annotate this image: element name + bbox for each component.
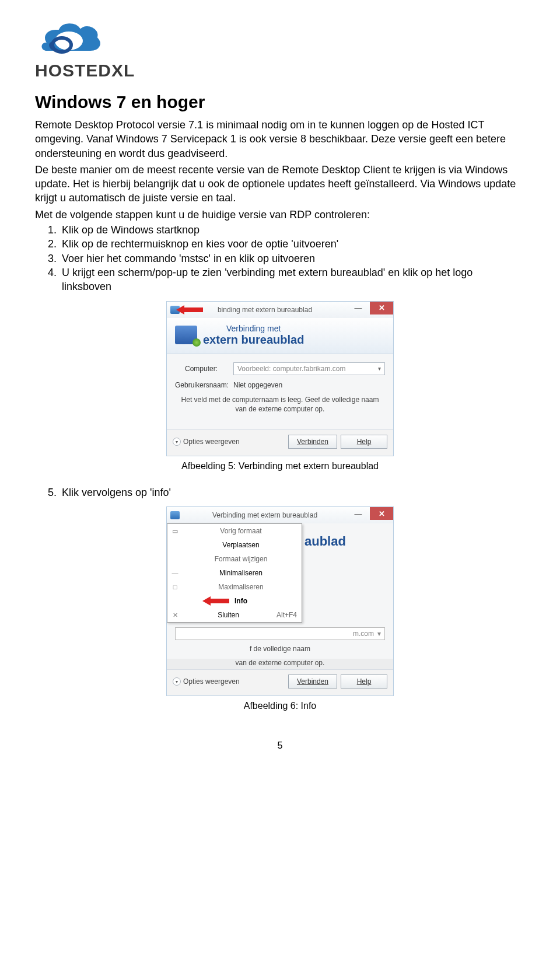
window-title: Verbinding met extern bureaublad: [183, 511, 346, 519]
figure-2-caption: Afbeelding 6: Info: [35, 701, 525, 711]
chevron-down-circle-icon: ▾: [173, 438, 181, 446]
page-heading: Windows 7 en hoger: [35, 92, 525, 112]
step-2: Klik op de rechtermuisknop en kies voor …: [35, 237, 525, 251]
logo-text: HOSTEDXL: [35, 61, 525, 81]
page-number: 5: [35, 740, 525, 751]
window-title: binding met extern bureaublad: [183, 306, 346, 314]
system-menu: ▭Vorig formaat Verplaatsen Formaat wijzi…: [167, 523, 302, 623]
rdp-dialog: binding met extern bureaublad — ✕ Verbin…: [166, 301, 394, 457]
step-4: U krijgt een scherm/pop-up te zien 'verb…: [35, 265, 525, 294]
header-line2: extern bureaublad: [203, 333, 304, 347]
menu-item-maximize[interactable]: □Maximaliseren: [167, 580, 302, 594]
message-partial: f de volledige naam: [167, 645, 393, 659]
step-1: Klik op de Windows startknop: [35, 223, 525, 237]
close-button[interactable]: ✕: [370, 302, 393, 314]
steps-list: Klik op de Windows startknop Klik op de …: [35, 223, 525, 293]
red-arrow-icon: [176, 305, 203, 314]
message-line2: van de externe computer op.: [175, 404, 385, 414]
connect-button[interactable]: Verbinden: [288, 675, 337, 689]
help-button[interactable]: Help: [341, 435, 387, 449]
dialog-header: Verbinding met extern bureaublad: [167, 318, 393, 354]
figure-1: binding met extern bureaublad — ✕ Verbin…: [35, 301, 525, 472]
close-button[interactable]: ✕: [370, 507, 393, 520]
menu-item-size[interactable]: Formaat wijzigen: [167, 552, 302, 566]
figure-1-caption: Afbeelding 5: Verbinding met extern bure…: [35, 461, 525, 471]
menu-item-info[interactable]: Info: [167, 594, 302, 608]
rdp-dialog-with-menu: Verbinding met extern bureaublad — ✕ ▭Vo…: [166, 506, 394, 696]
step-5: Klik vervolgens op 'info': [35, 485, 525, 499]
options-toggle[interactable]: ▾ Opties weergeven: [173, 677, 285, 686]
chevron-down-circle-icon: ▾: [173, 677, 181, 686]
options-label: Opties weergeven: [183, 677, 240, 686]
user-value: Niet opgegeven: [233, 381, 282, 389]
message-line2: van de externe computer op.: [167, 659, 393, 669]
options-toggle[interactable]: ▾ Opties weergeven: [173, 438, 285, 446]
header-partial: aublad: [304, 534, 346, 549]
computer-placeholder: Voorbeeld: computer.fabrikam.com: [237, 365, 345, 373]
dialog-titlebar[interactable]: binding met extern bureaublad — ✕: [167, 302, 393, 318]
computer-input[interactable]: Voorbeeld: computer.fabrikam.com ▾: [233, 362, 385, 375]
header-line1: Verbinding met: [203, 324, 304, 333]
rdp-monitor-icon: [175, 326, 197, 344]
cloud-logo-icon: [35, 18, 117, 58]
chevron-down-icon[interactable]: ▾: [377, 630, 381, 638]
minimize-button[interactable]: —: [346, 507, 370, 520]
menu-item-minimize[interactable]: —Minimaliseren: [167, 566, 302, 580]
figure-2: Verbinding met extern bureaublad — ✕ ▭Vo…: [35, 506, 525, 711]
menu-item-close[interactable]: ✕SluitenAlt+F4: [167, 608, 302, 622]
paragraph-1: Remote Desktop Protocol versie 7.1 is mi…: [35, 118, 525, 160]
minimize-button[interactable]: —: [346, 302, 370, 314]
user-label: Gebruikersnaam:: [175, 381, 228, 389]
list-intro: Met de volgende stappen kunt u de huidig…: [35, 208, 525, 222]
svg-marker-3: [202, 596, 229, 606]
red-arrow-icon: [202, 596, 229, 606]
steps-list-continued: Klik vervolgens op 'info': [35, 485, 525, 499]
paragraph-2: De beste manier om de meest recente vers…: [35, 163, 525, 205]
step-3: Voer hier het commando 'mstsc' in en kli…: [35, 251, 525, 265]
chevron-down-icon[interactable]: ▾: [378, 365, 381, 372]
message-line1: Het veld met de computernaam is leeg. Ge…: [175, 395, 385, 405]
system-menu-icon[interactable]: [170, 511, 180, 519]
connect-button[interactable]: Verbinden: [288, 435, 337, 449]
computer-label: Computer:: [175, 365, 228, 373]
menu-item-restore[interactable]: ▭Vorig formaat: [167, 524, 302, 538]
help-button[interactable]: Help: [341, 675, 387, 689]
svg-marker-2: [176, 305, 203, 314]
logo: HOSTEDXL: [35, 18, 525, 81]
dialog-titlebar[interactable]: Verbinding met extern bureaublad — ✕: [167, 507, 393, 523]
computer-input-partial[interactable]: m.com ▾: [175, 627, 385, 640]
options-label: Opties weergeven: [183, 438, 240, 446]
menu-item-move[interactable]: Verplaatsen: [167, 538, 302, 552]
